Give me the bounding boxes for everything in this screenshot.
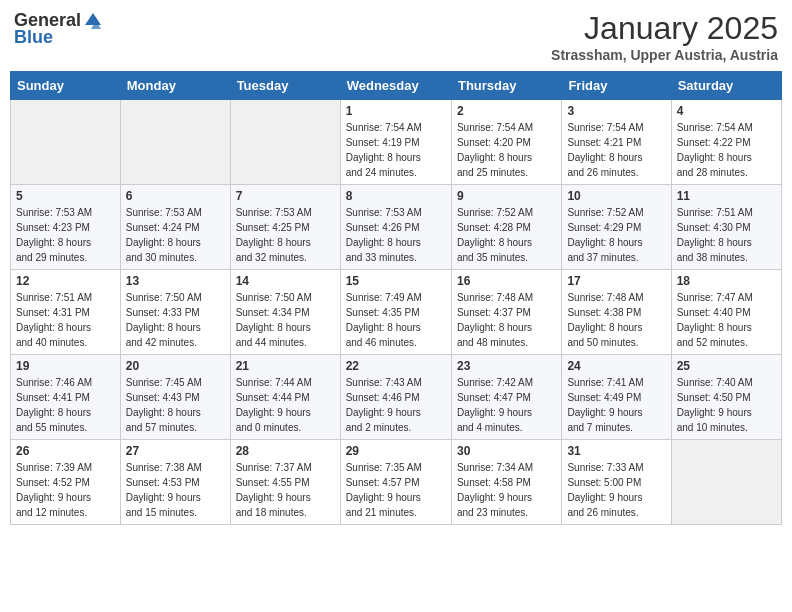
- calendar-cell: 20Sunrise: 7:45 AM Sunset: 4:43 PM Dayli…: [120, 355, 230, 440]
- calendar-cell: 14Sunrise: 7:50 AM Sunset: 4:34 PM Dayli…: [230, 270, 340, 355]
- day-number: 20: [126, 359, 225, 373]
- calendar-cell: 3Sunrise: 7:54 AM Sunset: 4:21 PM Daylig…: [562, 100, 671, 185]
- weekday-header: Thursday: [451, 72, 561, 100]
- day-info: Sunrise: 7:51 AM Sunset: 4:30 PM Dayligh…: [677, 205, 776, 265]
- day-info: Sunrise: 7:54 AM Sunset: 4:22 PM Dayligh…: [677, 120, 776, 180]
- day-number: 25: [677, 359, 776, 373]
- calendar-cell: 8Sunrise: 7:53 AM Sunset: 4:26 PM Daylig…: [340, 185, 451, 270]
- calendar-cell: [671, 440, 781, 525]
- day-info: Sunrise: 7:40 AM Sunset: 4:50 PM Dayligh…: [677, 375, 776, 435]
- calendar-cell: 28Sunrise: 7:37 AM Sunset: 4:55 PM Dayli…: [230, 440, 340, 525]
- day-number: 1: [346, 104, 446, 118]
- day-number: 2: [457, 104, 556, 118]
- calendar-cell: 11Sunrise: 7:51 AM Sunset: 4:30 PM Dayli…: [671, 185, 781, 270]
- calendar-cell: 31Sunrise: 7:33 AM Sunset: 5:00 PM Dayli…: [562, 440, 671, 525]
- calendar-cell: 21Sunrise: 7:44 AM Sunset: 4:44 PM Dayli…: [230, 355, 340, 440]
- logo: General Blue: [14, 10, 103, 48]
- calendar-cell: 25Sunrise: 7:40 AM Sunset: 4:50 PM Dayli…: [671, 355, 781, 440]
- day-info: Sunrise: 7:49 AM Sunset: 4:35 PM Dayligh…: [346, 290, 446, 350]
- day-number: 31: [567, 444, 665, 458]
- day-number: 9: [457, 189, 556, 203]
- day-number: 11: [677, 189, 776, 203]
- day-number: 8: [346, 189, 446, 203]
- calendar-cell: 5Sunrise: 7:53 AM Sunset: 4:23 PM Daylig…: [11, 185, 121, 270]
- location-subtitle: Strassham, Upper Austria, Austria: [551, 47, 778, 63]
- day-number: 22: [346, 359, 446, 373]
- calendar-cell: 18Sunrise: 7:47 AM Sunset: 4:40 PM Dayli…: [671, 270, 781, 355]
- day-number: 13: [126, 274, 225, 288]
- day-number: 24: [567, 359, 665, 373]
- day-number: 23: [457, 359, 556, 373]
- day-info: Sunrise: 7:51 AM Sunset: 4:31 PM Dayligh…: [16, 290, 115, 350]
- day-number: 7: [236, 189, 335, 203]
- day-info: Sunrise: 7:39 AM Sunset: 4:52 PM Dayligh…: [16, 460, 115, 520]
- day-info: Sunrise: 7:54 AM Sunset: 4:19 PM Dayligh…: [346, 120, 446, 180]
- calendar-cell: [120, 100, 230, 185]
- day-number: 16: [457, 274, 556, 288]
- month-title: January 2025: [551, 10, 778, 47]
- calendar-cell: 22Sunrise: 7:43 AM Sunset: 4:46 PM Dayli…: [340, 355, 451, 440]
- svg-marker-0: [85, 13, 101, 25]
- day-info: Sunrise: 7:37 AM Sunset: 4:55 PM Dayligh…: [236, 460, 335, 520]
- calendar-cell: 13Sunrise: 7:50 AM Sunset: 4:33 PM Dayli…: [120, 270, 230, 355]
- day-number: 28: [236, 444, 335, 458]
- day-number: 4: [677, 104, 776, 118]
- day-number: 21: [236, 359, 335, 373]
- day-info: Sunrise: 7:53 AM Sunset: 4:26 PM Dayligh…: [346, 205, 446, 265]
- calendar-cell: 27Sunrise: 7:38 AM Sunset: 4:53 PM Dayli…: [120, 440, 230, 525]
- calendar-table: SundayMondayTuesdayWednesdayThursdayFrid…: [10, 71, 782, 525]
- day-info: Sunrise: 7:53 AM Sunset: 4:23 PM Dayligh…: [16, 205, 115, 265]
- calendar-cell: 26Sunrise: 7:39 AM Sunset: 4:52 PM Dayli…: [11, 440, 121, 525]
- weekday-header: Tuesday: [230, 72, 340, 100]
- calendar-cell: 15Sunrise: 7:49 AM Sunset: 4:35 PM Dayli…: [340, 270, 451, 355]
- day-info: Sunrise: 7:33 AM Sunset: 5:00 PM Dayligh…: [567, 460, 665, 520]
- day-info: Sunrise: 7:42 AM Sunset: 4:47 PM Dayligh…: [457, 375, 556, 435]
- day-number: 5: [16, 189, 115, 203]
- weekday-header: Monday: [120, 72, 230, 100]
- day-info: Sunrise: 7:34 AM Sunset: 4:58 PM Dayligh…: [457, 460, 556, 520]
- day-info: Sunrise: 7:44 AM Sunset: 4:44 PM Dayligh…: [236, 375, 335, 435]
- calendar-cell: [230, 100, 340, 185]
- day-number: 29: [346, 444, 446, 458]
- day-number: 15: [346, 274, 446, 288]
- day-number: 27: [126, 444, 225, 458]
- calendar-cell: 19Sunrise: 7:46 AM Sunset: 4:41 PM Dayli…: [11, 355, 121, 440]
- day-info: Sunrise: 7:50 AM Sunset: 4:34 PM Dayligh…: [236, 290, 335, 350]
- day-number: 30: [457, 444, 556, 458]
- calendar-cell: 23Sunrise: 7:42 AM Sunset: 4:47 PM Dayli…: [451, 355, 561, 440]
- logo-icon: [83, 11, 103, 31]
- day-info: Sunrise: 7:50 AM Sunset: 4:33 PM Dayligh…: [126, 290, 225, 350]
- day-info: Sunrise: 7:48 AM Sunset: 4:37 PM Dayligh…: [457, 290, 556, 350]
- calendar-cell: [11, 100, 121, 185]
- calendar-cell: 16Sunrise: 7:48 AM Sunset: 4:37 PM Dayli…: [451, 270, 561, 355]
- day-info: Sunrise: 7:54 AM Sunset: 4:20 PM Dayligh…: [457, 120, 556, 180]
- day-info: Sunrise: 7:41 AM Sunset: 4:49 PM Dayligh…: [567, 375, 665, 435]
- day-number: 12: [16, 274, 115, 288]
- day-info: Sunrise: 7:52 AM Sunset: 4:28 PM Dayligh…: [457, 205, 556, 265]
- day-number: 10: [567, 189, 665, 203]
- calendar-cell: 30Sunrise: 7:34 AM Sunset: 4:58 PM Dayli…: [451, 440, 561, 525]
- weekday-header: Saturday: [671, 72, 781, 100]
- day-number: 17: [567, 274, 665, 288]
- calendar-cell: 29Sunrise: 7:35 AM Sunset: 4:57 PM Dayli…: [340, 440, 451, 525]
- calendar-cell: 2Sunrise: 7:54 AM Sunset: 4:20 PM Daylig…: [451, 100, 561, 185]
- day-info: Sunrise: 7:54 AM Sunset: 4:21 PM Dayligh…: [567, 120, 665, 180]
- day-number: 26: [16, 444, 115, 458]
- day-number: 18: [677, 274, 776, 288]
- calendar-cell: 9Sunrise: 7:52 AM Sunset: 4:28 PM Daylig…: [451, 185, 561, 270]
- calendar-cell: 7Sunrise: 7:53 AM Sunset: 4:25 PM Daylig…: [230, 185, 340, 270]
- calendar-cell: 1Sunrise: 7:54 AM Sunset: 4:19 PM Daylig…: [340, 100, 451, 185]
- calendar-cell: 17Sunrise: 7:48 AM Sunset: 4:38 PM Dayli…: [562, 270, 671, 355]
- day-info: Sunrise: 7:53 AM Sunset: 4:24 PM Dayligh…: [126, 205, 225, 265]
- calendar-cell: 4Sunrise: 7:54 AM Sunset: 4:22 PM Daylig…: [671, 100, 781, 185]
- weekday-header: Sunday: [11, 72, 121, 100]
- day-number: 14: [236, 274, 335, 288]
- logo-blue: Blue: [14, 27, 53, 48]
- day-number: 19: [16, 359, 115, 373]
- calendar-cell: 24Sunrise: 7:41 AM Sunset: 4:49 PM Dayli…: [562, 355, 671, 440]
- day-info: Sunrise: 7:53 AM Sunset: 4:25 PM Dayligh…: [236, 205, 335, 265]
- day-info: Sunrise: 7:46 AM Sunset: 4:41 PM Dayligh…: [16, 375, 115, 435]
- calendar-cell: 10Sunrise: 7:52 AM Sunset: 4:29 PM Dayli…: [562, 185, 671, 270]
- day-info: Sunrise: 7:38 AM Sunset: 4:53 PM Dayligh…: [126, 460, 225, 520]
- weekday-header: Wednesday: [340, 72, 451, 100]
